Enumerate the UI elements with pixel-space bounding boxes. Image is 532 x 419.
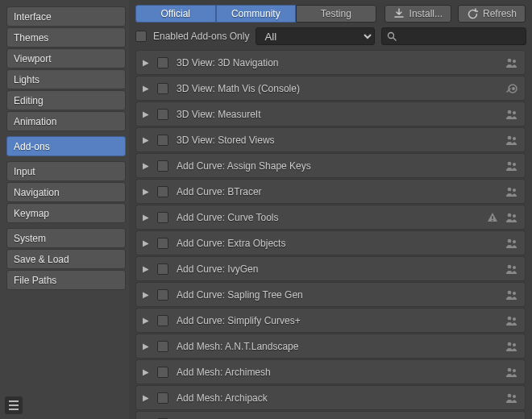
addon-label: Add Curve: Assign Shape Keys: [177, 160, 505, 172]
svg-point-14: [513, 189, 516, 192]
community-icon: [505, 288, 518, 301]
addon-status-icons: [505, 56, 518, 69]
sidebar-item-add-ons[interactable]: Add-ons: [6, 136, 126, 156]
svg-point-31: [508, 393, 512, 397]
sidebar-item-keymap[interactable]: Keymap: [6, 203, 126, 223]
addon-status-icons: [486, 211, 518, 224]
preferences-sidebar: InterfaceThemesViewportLightsEditingAnim…: [0, 0, 129, 419]
addon-enable-checkbox[interactable]: [157, 109, 168, 120]
svg-point-22: [513, 266, 516, 269]
svg-point-10: [513, 137, 516, 140]
community-icon: [505, 56, 518, 69]
category-select[interactable]: All: [256, 27, 375, 45]
disclosure-triangle-icon[interactable]: ▶: [143, 264, 152, 273]
svg-point-26: [513, 317, 516, 321]
community-icon: [505, 263, 518, 276]
addon-status-icons: [505, 108, 518, 121]
addon-label: Add Curve: Simplify Curves+: [177, 315, 505, 326]
addon-enable-checkbox[interactable]: [157, 83, 168, 94]
addons-top-row: OfficialCommunityTesting Install... Refr…: [129, 5, 532, 26]
addon-enable-checkbox[interactable]: [157, 315, 168, 326]
addon-enable-checkbox[interactable]: [157, 57, 168, 68]
addon-enable-checkbox[interactable]: [157, 367, 168, 378]
disclosure-triangle-icon[interactable]: ▶: [143, 290, 152, 299]
addons-panel: OfficialCommunityTesting Install... Refr…: [129, 0, 532, 419]
enabled-only-checkbox[interactable]: [135, 31, 147, 42]
addon-enable-checkbox[interactable]: [157, 341, 168, 352]
sidebar-item-themes[interactable]: Themes: [6, 27, 126, 48]
addon-label: Add Curve: Sapling Tree Gen: [177, 289, 505, 301]
addon-enable-checkbox[interactable]: [157, 212, 168, 223]
sidebar-item-interface[interactable]: Interface: [6, 6, 126, 27]
search-box[interactable]: [381, 27, 526, 45]
svg-point-3: [513, 60, 516, 63]
svg-point-5: [512, 87, 515, 90]
addon-row: ▶Add Curve: IvyGen: [135, 256, 526, 281]
addons-filter-row: Enabled Add-ons Only All: [129, 26, 532, 50]
disclosure-triangle-icon[interactable]: ▶: [143, 58, 152, 67]
refresh-button[interactable]: Refresh: [458, 5, 526, 23]
addon-row: ▶3D View: Stored Views: [135, 127, 526, 152]
disclosure-triangle-icon[interactable]: ▶: [143, 84, 152, 93]
search-input[interactable]: [400, 31, 521, 42]
addon-enable-checkbox[interactable]: [157, 160, 168, 172]
support-tab-testing[interactable]: Testing: [296, 5, 376, 23]
addon-enable-checkbox[interactable]: [157, 186, 168, 197]
svg-point-21: [508, 264, 512, 268]
blender-icon: [505, 82, 518, 95]
disclosure-triangle-icon[interactable]: ▶: [143, 110, 152, 118]
sidebar-item-lights[interactable]: Lights: [6, 69, 126, 89]
sidebar-item-input[interactable]: Input: [6, 161, 126, 181]
sidebar-item-save-load[interactable]: Save & Load: [6, 249, 126, 269]
hamburger-menu-button[interactable]: [5, 396, 23, 414]
svg-point-18: [513, 214, 516, 218]
support-tab-community[interactable]: Community: [216, 5, 297, 23]
svg-point-28: [513, 343, 516, 346]
sidebar-item-file-paths[interactable]: File Paths: [6, 270, 126, 290]
sidebar-item-animation[interactable]: Animation: [6, 111, 126, 131]
addon-row: ▶Add Curve: Sapling Tree Gen: [135, 282, 526, 307]
sidebar-item-system[interactable]: System: [6, 228, 126, 248]
addon-enable-checkbox[interactable]: [157, 238, 168, 249]
addon-row: ▶Add Mesh: BlenderKit Asset Library: [135, 411, 526, 419]
addon-label: 3D View: Stored Views: [177, 135, 505, 146]
addon-status-icons: [505, 263, 518, 276]
addon-enable-checkbox[interactable]: [157, 263, 168, 275]
sidebar-item-navigation[interactable]: Navigation: [6, 182, 126, 202]
svg-point-2: [508, 58, 512, 62]
disclosure-triangle-icon[interactable]: ▶: [143, 393, 152, 402]
svg-rect-16: [492, 220, 493, 221]
disclosure-triangle-icon[interactable]: ▶: [143, 187, 152, 196]
addon-status-icons: [505, 82, 518, 95]
svg-point-29: [508, 367, 512, 371]
disclosure-triangle-icon[interactable]: ▶: [143, 316, 152, 325]
community-icon: [505, 237, 518, 250]
disclosure-triangle-icon[interactable]: ▶: [143, 367, 152, 376]
addon-row: ▶3D View: MeasureIt: [135, 102, 526, 127]
svg-point-12: [513, 163, 516, 166]
disclosure-triangle-icon[interactable]: ▶: [143, 342, 152, 351]
svg-point-11: [508, 161, 512, 165]
addon-status-icons: [505, 185, 518, 198]
svg-point-7: [508, 110, 512, 114]
refresh-icon: [467, 8, 478, 19]
disclosure-triangle-icon[interactable]: ▶: [143, 135, 152, 144]
install-button[interactable]: Install...: [384, 5, 451, 23]
search-icon: [387, 31, 397, 41]
addon-row: ▶3D View: Math Vis (Console): [135, 76, 526, 101]
addon-status-icons: [505, 314, 518, 327]
svg-point-19: [508, 239, 512, 243]
sidebar-item-editing[interactable]: Editing: [6, 90, 126, 110]
support-tab-official[interactable]: Official: [135, 5, 216, 23]
sidebar-item-viewport[interactable]: Viewport: [6, 48, 126, 68]
addon-enable-checkbox[interactable]: [157, 289, 168, 301]
addon-enable-checkbox[interactable]: [157, 392, 168, 404]
svg-point-20: [513, 240, 516, 243]
svg-point-9: [508, 135, 512, 139]
addon-row: ▶Add Mesh: Archimesh: [135, 359, 526, 384]
community-icon: [505, 392, 518, 404]
disclosure-triangle-icon[interactable]: ▶: [143, 239, 152, 247]
disclosure-triangle-icon[interactable]: ▶: [143, 213, 152, 222]
disclosure-triangle-icon[interactable]: ▶: [143, 161, 152, 170]
addon-enable-checkbox[interactable]: [157, 135, 168, 146]
